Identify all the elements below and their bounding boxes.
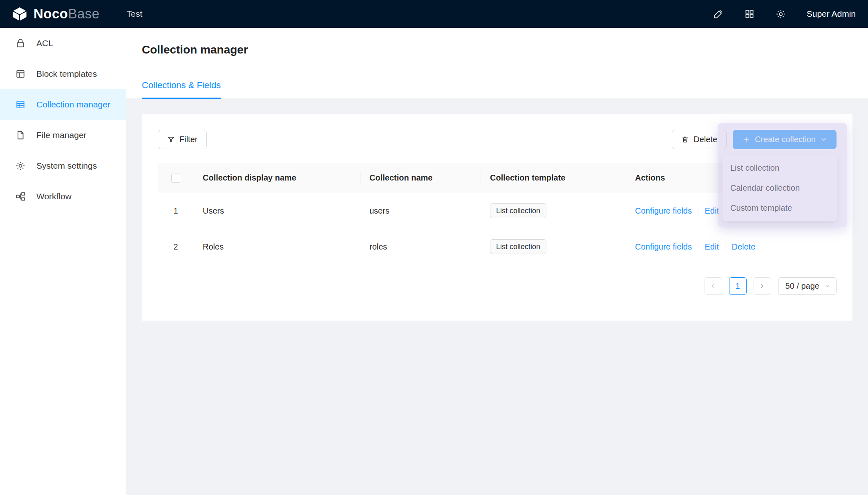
row-index: 1 bbox=[171, 206, 180, 216]
sidebar-item-label: Workflow bbox=[36, 192, 72, 201]
page-head: Collection manager bbox=[126, 28, 868, 56]
sidebar-item-workflow[interactable]: Workflow bbox=[0, 181, 126, 212]
top-header: NocoBase Test Super Admin bbox=[0, 0, 868, 28]
cell-collection-name: users bbox=[360, 193, 481, 229]
chevron-left-icon bbox=[710, 283, 716, 289]
lock-icon bbox=[15, 38, 26, 49]
configure-fields-link[interactable]: Configure fields bbox=[635, 242, 692, 251]
filter-icon bbox=[167, 136, 175, 143]
column-header-name: Collection name bbox=[360, 163, 481, 193]
apps-icon[interactable] bbox=[744, 9, 755, 19]
workflow-icon bbox=[15, 191, 26, 202]
column-header-display-name: Collection display name bbox=[194, 163, 360, 193]
logo-cube-icon bbox=[11, 6, 28, 22]
select-all-checkbox[interactable] bbox=[171, 174, 180, 183]
page-title: Collection manager bbox=[142, 43, 868, 56]
card-toolbar: Filter Delete bbox=[158, 130, 837, 149]
sidebar-item-label: Block templates bbox=[36, 69, 97, 79]
cell-collection-name: roles bbox=[360, 229, 481, 265]
page-size-select[interactable]: 50 / page bbox=[778, 277, 837, 295]
sidebar-item-label: Collection manager bbox=[36, 100, 110, 109]
settings-sidebar: ACL Block templates Collection manager bbox=[0, 28, 126, 495]
logo-text: NocoBase bbox=[34, 6, 100, 22]
sidebar-item-collection-manager[interactable]: Collection manager bbox=[0, 89, 126, 120]
dropdown-item-custom-template[interactable]: Custom template bbox=[723, 198, 837, 218]
edit-link[interactable]: Edit bbox=[705, 206, 718, 215]
pagination-prev-button[interactable] bbox=[705, 277, 722, 295]
sidebar-item-label: File manager bbox=[36, 130, 87, 140]
edit-link[interactable]: Edit bbox=[705, 242, 718, 251]
create-collection-button[interactable]: Create collection bbox=[733, 130, 837, 149]
plus-icon bbox=[742, 136, 750, 144]
sidebar-item-system-settings[interactable]: System settings bbox=[0, 150, 126, 181]
top-right-actions: Super Admin bbox=[713, 9, 856, 20]
trash-icon bbox=[681, 136, 689, 143]
tab-collections-fields[interactable]: Collections & Fields bbox=[142, 80, 221, 99]
chevron-right-icon bbox=[759, 283, 765, 289]
chevron-down-icon bbox=[824, 283, 830, 289]
template-tag: List collection bbox=[490, 203, 546, 218]
create-collection-dropdown: List collection Calendar collection Cust… bbox=[723, 155, 837, 221]
layout-icon bbox=[15, 69, 26, 79]
current-user[interactable]: Super Admin bbox=[807, 9, 856, 19]
app-root: NocoBase Test Super Admin bbox=[0, 0, 868, 495]
pagination: 1 50 / page bbox=[158, 277, 837, 295]
sidebar-item-label: System settings bbox=[36, 161, 97, 171]
sidebar-item-file-manager[interactable]: File manager bbox=[0, 120, 126, 150]
settings-icon[interactable] bbox=[775, 9, 786, 20]
cell-display-name: Users bbox=[194, 193, 360, 229]
sidebar-item-block-templates[interactable]: Block templates bbox=[0, 58, 126, 89]
file-icon bbox=[15, 130, 26, 140]
delete-button[interactable]: Delete bbox=[672, 130, 727, 149]
configure-fields-link[interactable]: Configure fields bbox=[635, 206, 692, 215]
pagination-next-button[interactable] bbox=[754, 277, 771, 295]
template-tag: List collection bbox=[490, 239, 546, 254]
dropdown-item-list-collection[interactable]: List collection bbox=[723, 158, 837, 178]
dropdown-item-calendar-collection[interactable]: Calendar collection bbox=[723, 178, 837, 198]
tabs-bar: Collections & Fields bbox=[126, 80, 868, 99]
top-menu-test[interactable]: Test bbox=[123, 9, 147, 19]
filter-button[interactable]: Filter bbox=[158, 130, 207, 149]
chevron-down-icon bbox=[820, 136, 827, 143]
nocobase-logo[interactable]: NocoBase bbox=[11, 6, 100, 22]
table-icon bbox=[15, 99, 26, 110]
sidebar-item-label: ACL bbox=[36, 38, 53, 48]
delete-link[interactable]: Delete bbox=[732, 242, 755, 251]
table-row: 2 Roles roles List collection Configure … bbox=[158, 229, 837, 265]
sidebar-item-acl[interactable]: ACL bbox=[0, 28, 126, 58]
pagination-page-1[interactable]: 1 bbox=[729, 277, 747, 295]
cell-display-name: Roles bbox=[194, 229, 360, 265]
row-index: 2 bbox=[171, 242, 180, 252]
gear-icon bbox=[15, 161, 26, 171]
highlight-icon[interactable] bbox=[713, 9, 724, 20]
column-header-template: Collection template bbox=[481, 163, 626, 193]
